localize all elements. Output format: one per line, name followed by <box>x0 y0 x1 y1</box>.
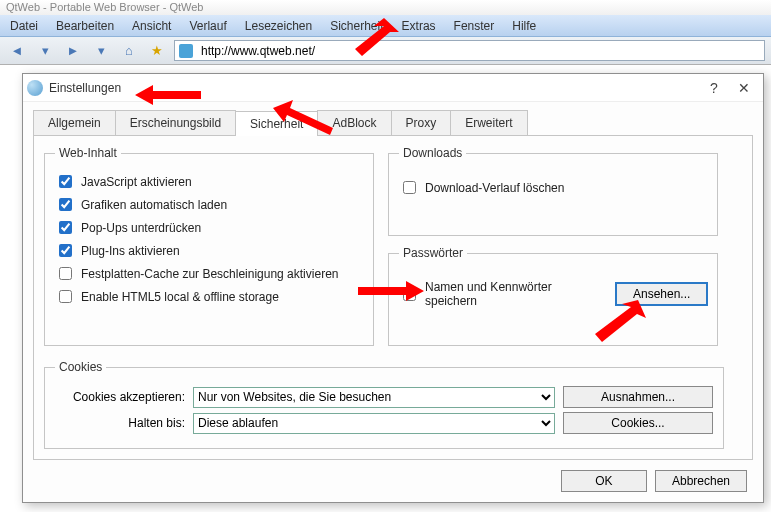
label-cookies-accept: Cookies akzeptieren: <box>55 390 185 404</box>
menu-bearbeiten[interactable]: Bearbeiten <box>56 19 114 33</box>
menu-sicherheit[interactable]: Sicherheit <box>330 19 383 33</box>
nav-forward-icon[interactable]: ► <box>62 41 84 61</box>
group-cookies: Cookies Cookies akzeptieren: Nur von Web… <box>44 360 724 449</box>
label-html5storage: Enable HTML5 local & offline storage <box>81 290 279 304</box>
checkbox-popups[interactable] <box>59 221 72 234</box>
tab-allgemein[interactable]: Allgemein <box>33 110 116 135</box>
help-button[interactable]: ? <box>699 78 729 98</box>
group-downloads: Downloads Download-Verlauf löschen <box>388 146 718 236</box>
close-button[interactable]: ✕ <box>729 78 759 98</box>
nav-back-icon[interactable]: ◄ <box>6 41 28 61</box>
legend-passwords: Passwörter <box>399 246 467 260</box>
cookies-button[interactable]: Cookies... <box>563 412 713 434</box>
window-title: QtWeb - Portable Web Browser - QtWeb <box>0 0 771 15</box>
tab-adblock[interactable]: AdBlock <box>317 110 391 135</box>
label-save-passwords: Namen und Kennwörter speichern <box>425 280 606 308</box>
cancel-button[interactable]: Abbrechen <box>655 470 747 492</box>
checkbox-cache[interactable] <box>59 267 72 280</box>
nav-dropdown-icon[interactable]: ▾ <box>34 41 56 61</box>
url-bar[interactable] <box>174 40 765 61</box>
legend-cookies: Cookies <box>55 360 106 374</box>
tab-content: Web-Inhalt JavaScript aktivieren Grafike… <box>33 136 753 460</box>
menu-hilfe[interactable]: Hilfe <box>512 19 536 33</box>
checkbox-save-passwords[interactable] <box>403 288 416 301</box>
tab-sicherheit[interactable]: Sicherheit <box>235 111 318 136</box>
select-cookies-accept[interactable]: Nur von Websites, die Sie besuchen <box>193 387 555 408</box>
favicon-icon <box>179 44 193 58</box>
tab-erscheinungsbild[interactable]: Erscheinungsbild <box>115 110 236 135</box>
ok-button[interactable]: OK <box>561 470 647 492</box>
toolbar: ◄ ▾ ► ▾ ⌂ ★ <box>0 37 771 65</box>
url-input[interactable] <box>197 44 764 58</box>
settings-dialog: Einstellungen ? ✕ Allgemein Erscheinungs… <box>22 73 764 503</box>
label-popups: Pop-Ups unterdrücken <box>81 221 201 235</box>
tab-erweitert[interactable]: Erweitert <box>450 110 527 135</box>
label-cookies-keep: Halten bis: <box>55 416 185 430</box>
exceptions-button[interactable]: Ausnahmen... <box>563 386 713 408</box>
checkbox-plugins[interactable] <box>59 244 72 257</box>
group-passwords: Passwörter Namen und Kennwörter speicher… <box>388 246 718 346</box>
label-grafiken: Grafiken automatisch laden <box>81 198 227 212</box>
group-webcontent: Web-Inhalt JavaScript aktivieren Grafike… <box>44 146 374 346</box>
checkbox-javascript[interactable] <box>59 175 72 188</box>
label-plugins: Plug-Ins aktivieren <box>81 244 180 258</box>
menu-extras[interactable]: Extras <box>402 19 436 33</box>
nav-dropdown2-icon[interactable]: ▾ <box>90 41 112 61</box>
menu-fenster[interactable]: Fenster <box>454 19 495 33</box>
home-icon[interactable]: ⌂ <box>118 41 140 61</box>
checkbox-grafiken[interactable] <box>59 198 72 211</box>
checkbox-html5storage[interactable] <box>59 290 72 303</box>
tab-proxy[interactable]: Proxy <box>391 110 452 135</box>
dialog-title: Einstellungen <box>49 81 699 95</box>
legend-downloads: Downloads <box>399 146 466 160</box>
checkbox-clear-downloads[interactable] <box>403 181 416 194</box>
menu-datei[interactable]: Datei <box>10 19 38 33</box>
tabstrip: Allgemein Erscheinungsbild Sicherheit Ad… <box>33 110 753 136</box>
menubar: Datei Bearbeiten Ansicht Verlauf Lesezei… <box>0 15 771 37</box>
label-clear-downloads: Download-Verlauf löschen <box>425 181 564 195</box>
select-cookies-keep[interactable]: Diese ablaufen <box>193 413 555 434</box>
view-passwords-button[interactable]: Ansehen... <box>616 283 707 305</box>
menu-lesezeichen[interactable]: Lesezeichen <box>245 19 312 33</box>
label-javascript: JavaScript aktivieren <box>81 175 192 189</box>
label-cache: Festplatten-Cache zur Beschleinigung akt… <box>81 267 338 281</box>
dialog-titlebar: Einstellungen ? ✕ <box>23 74 763 102</box>
dialog-icon <box>27 80 43 96</box>
menu-verlauf[interactable]: Verlauf <box>189 19 226 33</box>
menu-ansicht[interactable]: Ansicht <box>132 19 171 33</box>
bookmarks-icon[interactable]: ★ <box>146 41 168 61</box>
legend-webcontent: Web-Inhalt <box>55 146 121 160</box>
